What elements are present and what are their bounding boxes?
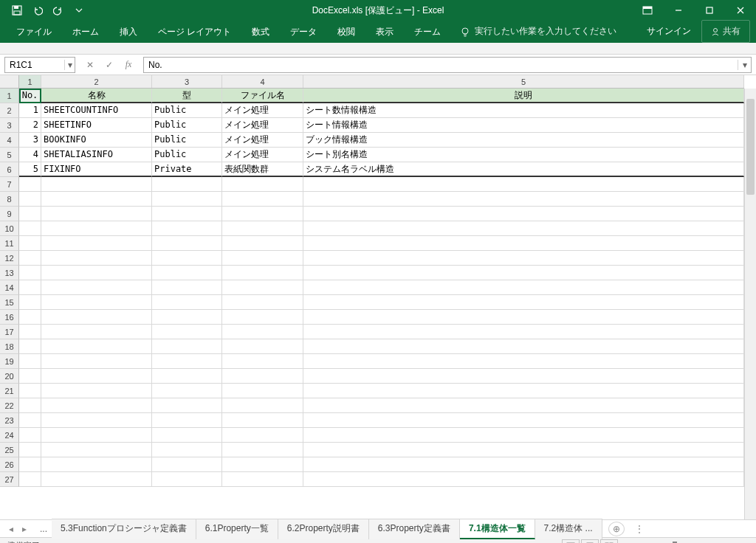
- formula-expand-icon[interactable]: ▾: [738, 60, 751, 70]
- cell[interactable]: 名称: [41, 89, 152, 103]
- cell[interactable]: [41, 457, 152, 472]
- cell[interactable]: BOOKINFO: [41, 133, 152, 148]
- cell[interactable]: [19, 325, 41, 339]
- sheet-tab[interactable]: 7.1構造体一覧: [460, 519, 535, 539]
- cell[interactable]: [19, 280, 41, 295]
- cell[interactable]: [19, 384, 41, 398]
- cell[interactable]: 説明: [303, 89, 744, 103]
- cell[interactable]: [303, 413, 744, 428]
- cell[interactable]: [222, 266, 303, 280]
- cell[interactable]: [303, 398, 744, 413]
- cell[interactable]: [222, 354, 303, 369]
- cell[interactable]: [222, 177, 303, 192]
- cell[interactable]: [152, 369, 222, 384]
- cell[interactable]: [303, 280, 744, 295]
- row-header[interactable]: 7: [0, 177, 19, 192]
- cell[interactable]: [152, 192, 222, 207]
- cancel-formula-icon[interactable]: ✕: [81, 57, 99, 73]
- row-header[interactable]: 12: [0, 251, 19, 266]
- cell[interactable]: SHEETCOUNTINFO: [41, 103, 152, 118]
- view-pagelayout-icon[interactable]: [581, 539, 599, 544]
- tab-insert[interactable]: 挿入: [109, 21, 148, 43]
- sheet-nav-prev-icon[interactable]: ◂: [4, 524, 18, 534]
- cell[interactable]: [152, 354, 222, 369]
- cell[interactable]: [41, 413, 152, 428]
- row-header[interactable]: 5: [0, 148, 19, 162]
- cell[interactable]: [41, 192, 152, 207]
- cell[interactable]: [303, 369, 744, 384]
- cell[interactable]: [152, 295, 222, 310]
- redo-icon[interactable]: [49, 2, 68, 18]
- cell[interactable]: [222, 310, 303, 325]
- cell[interactable]: [303, 310, 744, 325]
- tab-pagelayout[interactable]: ページ レイアウト: [148, 21, 241, 43]
- cell[interactable]: [19, 207, 41, 221]
- cell[interactable]: [222, 280, 303, 295]
- row-header[interactable]: 17: [0, 325, 19, 339]
- row-header[interactable]: 4: [0, 133, 19, 148]
- cell[interactable]: メイン処理: [222, 148, 303, 162]
- cell[interactable]: Private: [152, 162, 222, 177]
- cell[interactable]: [152, 428, 222, 443]
- cell[interactable]: [19, 221, 41, 236]
- sheet-tab[interactable]: 6.2Property説明書: [278, 519, 369, 539]
- cell[interactable]: 表紙関数群: [222, 162, 303, 177]
- row-header[interactable]: 25: [0, 443, 19, 457]
- enter-formula-icon[interactable]: ✓: [100, 57, 118, 73]
- column-header[interactable]: 1: [19, 75, 41, 88]
- row-header[interactable]: 16: [0, 310, 19, 325]
- sheet-overflow-left[interactable]: ...: [35, 524, 52, 534]
- cell[interactable]: [303, 221, 744, 236]
- cell[interactable]: [41, 354, 152, 369]
- cell[interactable]: [303, 207, 744, 221]
- column-header[interactable]: 5: [303, 75, 744, 88]
- select-all-triangle[interactable]: [0, 75, 19, 89]
- cell[interactable]: [222, 428, 303, 443]
- row-header[interactable]: 14: [0, 280, 19, 295]
- cell[interactable]: Public: [152, 118, 222, 133]
- share-button[interactable]: 共有: [701, 20, 750, 43]
- cell[interactable]: [303, 177, 744, 192]
- cell[interactable]: [303, 266, 744, 280]
- cell[interactable]: [19, 177, 41, 192]
- cell[interactable]: メイン処理: [222, 133, 303, 148]
- cell[interactable]: [19, 266, 41, 280]
- row-header[interactable]: 3: [0, 118, 19, 133]
- cell[interactable]: [19, 457, 41, 472]
- cell[interactable]: SHETALIASINFO: [41, 148, 152, 162]
- add-sheet-icon[interactable]: ⊕: [608, 522, 625, 536]
- cell[interactable]: [152, 207, 222, 221]
- cell[interactable]: [152, 457, 222, 472]
- cell[interactable]: [222, 443, 303, 457]
- cell[interactable]: [222, 398, 303, 413]
- cell[interactable]: SHEETINFO: [41, 118, 152, 133]
- cell[interactable]: [303, 472, 744, 487]
- cell[interactable]: ファイル名: [222, 89, 303, 103]
- column-header[interactable]: 2: [41, 75, 152, 88]
- cell[interactable]: [303, 354, 744, 369]
- vertical-scrollbar[interactable]: [744, 89, 756, 519]
- cell[interactable]: [222, 221, 303, 236]
- cell[interactable]: [152, 251, 222, 266]
- cell[interactable]: シート別名構造: [303, 148, 744, 162]
- tab-file[interactable]: ファイル: [6, 21, 62, 43]
- cell[interactable]: Public: [152, 133, 222, 148]
- column-header[interactable]: 4: [222, 75, 303, 88]
- cell[interactable]: 2: [19, 118, 41, 133]
- formula-input[interactable]: [144, 60, 738, 70]
- cell[interactable]: [303, 339, 744, 354]
- row-header[interactable]: 9: [0, 207, 19, 221]
- cell[interactable]: [222, 339, 303, 354]
- tab-data[interactable]: データ: [280, 21, 327, 43]
- row-header[interactable]: 26: [0, 457, 19, 472]
- column-header[interactable]: 3: [152, 75, 222, 88]
- tab-home[interactable]: ホーム: [62, 21, 109, 43]
- cell[interactable]: [152, 443, 222, 457]
- view-pagebreak-icon[interactable]: [600, 539, 618, 544]
- cell[interactable]: [152, 280, 222, 295]
- view-normal-icon[interactable]: [562, 539, 580, 544]
- cell[interactable]: [41, 236, 152, 251]
- ribbon-display-icon[interactable]: [632, 0, 663, 21]
- fx-icon[interactable]: fx: [120, 57, 137, 73]
- cell[interactable]: [19, 295, 41, 310]
